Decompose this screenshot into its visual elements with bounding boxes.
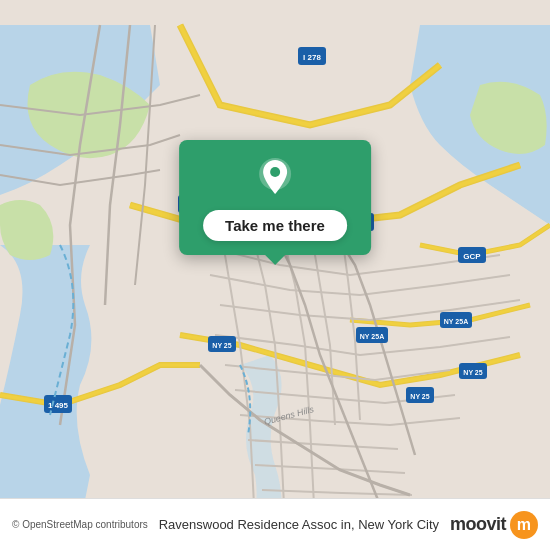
popup-card: Take me there: [179, 140, 371, 255]
map-background: I 278 1 278 278 NY 25 NY 25A NY 25A NY 2…: [0, 0, 550, 550]
svg-text:NY 25A: NY 25A: [444, 318, 468, 325]
location-pin-icon: [253, 156, 297, 200]
svg-text:NY 25: NY 25: [212, 342, 231, 349]
svg-text:NY 25: NY 25: [410, 393, 429, 400]
map-attribution: © OpenStreetMap contributors: [12, 519, 148, 530]
map-container: I 278 1 278 278 NY 25 NY 25A NY 25A NY 2…: [0, 0, 550, 550]
svg-text:I 278: I 278: [303, 53, 321, 62]
svg-text:NY 25: NY 25: [463, 369, 482, 376]
svg-text:GCP: GCP: [463, 252, 481, 261]
bottom-bar: © OpenStreetMap contributors Ravenswood …: [0, 498, 550, 550]
take-me-there-button[interactable]: Take me there: [203, 210, 347, 241]
location-name: Ravenswood Residence Assoc in, New York …: [159, 517, 439, 532]
moovit-label: moovit: [450, 514, 506, 535]
moovit-logo: moovit m: [450, 511, 538, 539]
location-info: Ravenswood Residence Assoc in, New York …: [159, 517, 439, 532]
svg-text:1 495: 1 495: [48, 401, 69, 410]
moovit-icon: m: [510, 511, 538, 539]
svg-text:NY 25A: NY 25A: [360, 333, 384, 340]
svg-point-23: [270, 167, 280, 177]
